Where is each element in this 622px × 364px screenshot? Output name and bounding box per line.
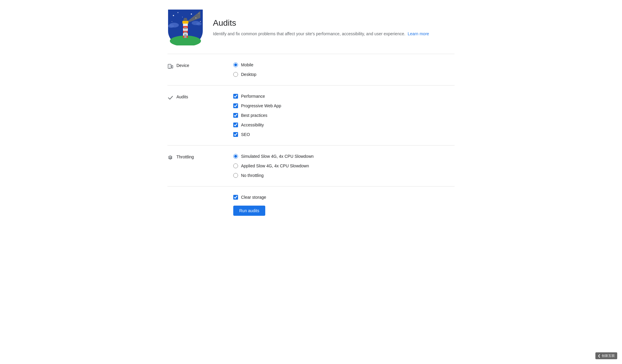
device-section-label: Device: [167, 62, 233, 77]
audit-seo-option[interactable]: SEO: [233, 132, 455, 137]
svg-point-12: [168, 24, 174, 28]
svg-point-6: [191, 13, 192, 15]
svg-rect-26: [184, 32, 187, 33]
watermark-text: 创新互联: [602, 354, 615, 358]
throttling-applied-radio[interactable]: [233, 163, 238, 168]
device-mobile-label[interactable]: Mobile: [241, 62, 253, 67]
lighthouse-logo: [167, 10, 203, 45]
device-desktop-radio[interactable]: [233, 72, 238, 77]
svg-point-9: [172, 21, 172, 22]
audit-pwa-label[interactable]: Progressive Web App: [241, 103, 281, 108]
audit-seo-label[interactable]: SEO: [241, 132, 250, 137]
svg-rect-28: [169, 65, 170, 67]
audit-seo-checkbox[interactable]: [233, 132, 238, 137]
audits-section-label: Audits: [167, 94, 233, 137]
svg-rect-23: [184, 22, 187, 23]
svg-point-14: [196, 22, 202, 25]
device-options: Mobile Desktop: [233, 62, 455, 77]
throttling-section-label: Throttling: [167, 154, 233, 178]
audit-performance-checkbox[interactable]: [233, 94, 238, 99]
throttling-simulated-radio[interactable]: [233, 154, 238, 159]
page-description: Identify and fix common problems that af…: [213, 31, 429, 37]
checkmark-icon: [167, 95, 173, 101]
throttling-label-text: Throttling: [176, 155, 194, 159]
throttling-applied-label[interactable]: Applied Slow 4G, 4x CPU Slowdown: [241, 163, 309, 168]
device-desktop-label[interactable]: Desktop: [241, 72, 256, 77]
audit-best-practices-option[interactable]: Best practices: [233, 113, 455, 118]
page-title: Audits: [213, 18, 429, 28]
clear-storage-option[interactable]: Clear storage: [233, 195, 455, 200]
run-audits-button[interactable]: Run audits: [233, 206, 265, 216]
throttling-none-label[interactable]: No throttling: [241, 173, 263, 178]
audit-performance-label[interactable]: Performance: [241, 94, 265, 99]
clear-storage-checkbox[interactable]: [233, 195, 238, 200]
svg-point-3: [173, 15, 174, 16]
bottom-section: Clear storage Run audits: [167, 186, 455, 224]
audit-accessibility-label[interactable]: Accessibility: [241, 123, 264, 127]
watermark-icon: ❮: [598, 354, 600, 358]
device-icon: [167, 63, 173, 69]
throttling-applied-option[interactable]: Applied Slow 4G, 4x CPU Slowdown: [233, 163, 455, 168]
svg-rect-31: [172, 66, 173, 68]
throttling-simulated-label[interactable]: Simulated Slow 4G, 4x CPU Slowdown: [241, 154, 314, 159]
throttling-none-radio[interactable]: [233, 173, 238, 178]
throttling-simulated-option[interactable]: Simulated Slow 4G, 4x CPU Slowdown: [233, 154, 455, 159]
svg-point-5: [182, 17, 183, 17]
audits-label-text: Audits: [176, 94, 188, 99]
audit-accessibility-checkbox[interactable]: [233, 123, 238, 127]
svg-point-10: [200, 21, 201, 22]
page-container: Audits Identify and fix common problems …: [156, 0, 466, 224]
device-mobile-option[interactable]: Mobile: [233, 62, 455, 67]
svg-rect-29: [169, 68, 170, 68]
audit-performance-option[interactable]: Performance: [233, 94, 455, 99]
audit-pwa-option[interactable]: Progressive Web App: [233, 103, 455, 108]
gear-icon: [167, 155, 173, 161]
device-section: Device Mobile Desktop: [167, 54, 455, 85]
audits-section: Audits Performance Progressive Web App B…: [167, 85, 455, 146]
device-desktop-option[interactable]: Desktop: [233, 72, 455, 77]
device-mobile-radio[interactable]: [233, 62, 238, 67]
throttling-section: Throttling Simulated Slow 4G, 4x CPU Slo…: [167, 146, 455, 186]
header-text: Audits Identify and fix common problems …: [213, 18, 429, 37]
svg-point-4: [178, 12, 179, 13]
audit-pwa-checkbox[interactable]: [233, 103, 238, 108]
audit-accessibility-option[interactable]: Accessibility: [233, 123, 455, 127]
device-label-text: Device: [176, 63, 189, 68]
svg-rect-24: [184, 34, 187, 38]
audits-checkboxes: Performance Progressive Web App Best pra…: [233, 94, 455, 137]
audit-best-practices-checkbox[interactable]: [233, 113, 238, 118]
clear-storage-label[interactable]: Clear storage: [241, 195, 266, 200]
watermark: ❮ 创新互联: [595, 352, 617, 359]
header-section: Audits Identify and fix common problems …: [167, 0, 455, 54]
learn-more-link[interactable]: Learn more: [408, 31, 429, 36]
audit-best-practices-label[interactable]: Best practices: [241, 113, 267, 118]
throttling-options: Simulated Slow 4G, 4x CPU Slowdown Appli…: [233, 154, 455, 178]
throttling-none-option[interactable]: No throttling: [233, 173, 455, 178]
svg-rect-25: [184, 27, 187, 29]
